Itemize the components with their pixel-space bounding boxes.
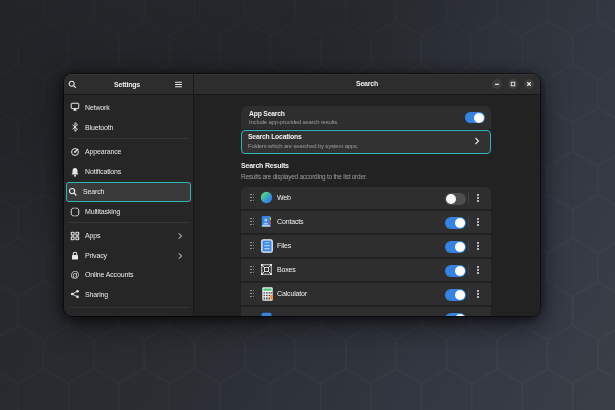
svg-text:@: @ [71,270,80,280]
